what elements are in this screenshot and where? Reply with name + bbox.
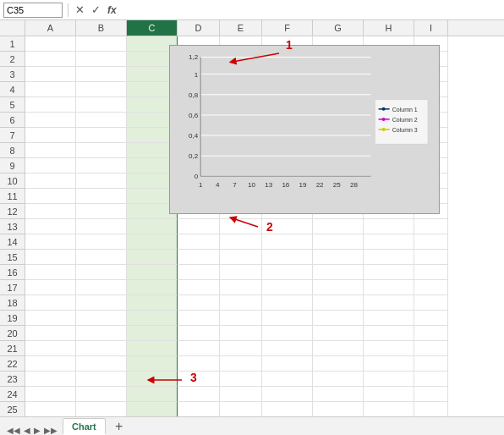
cell-G5[interactable]	[313, 341, 364, 356]
cell-C7[interactable]	[127, 311, 178, 326]
cell-I6[interactable]	[414, 326, 448, 341]
cell-I3[interactable]	[414, 372, 448, 387]
cell-E8[interactable]	[220, 295, 262, 311]
cell-F6[interactable]	[262, 326, 313, 341]
cell-A17[interactable]	[25, 158, 76, 173]
cell-B20[interactable]	[76, 113, 127, 128]
cell-H9[interactable]	[364, 280, 414, 295]
row-num-10[interactable]: 10	[0, 173, 25, 189]
cell-A11[interactable]	[25, 250, 76, 265]
cell-I8[interactable]	[414, 295, 448, 311]
cell-G11[interactable]	[313, 250, 364, 265]
cell-F3[interactable]	[262, 372, 313, 387]
cell-C11[interactable]	[127, 250, 178, 265]
formula-input[interactable]	[123, 3, 501, 18]
cell-I4[interactable]	[414, 356, 448, 372]
row-num-4[interactable]: 4	[0, 82, 25, 97]
cell-B18[interactable]	[76, 143, 127, 158]
cell-E10[interactable]	[220, 265, 262, 280]
cell-G4[interactable]	[313, 356, 364, 372]
row-num-6[interactable]: 6	[0, 113, 25, 128]
cell-I1[interactable]	[414, 402, 448, 416]
confirm-icon[interactable]: ✓	[90, 3, 102, 16]
cell-A22[interactable]	[25, 82, 76, 97]
cell-A25[interactable]	[25, 36, 76, 52]
cell-E12[interactable]	[220, 234, 262, 250]
cell-G12[interactable]	[313, 234, 364, 250]
cell-B9[interactable]	[76, 280, 127, 295]
cell-A20[interactable]	[25, 113, 76, 128]
cell-C13[interactable]	[127, 219, 178, 234]
cell-D8[interactable]	[178, 295, 220, 311]
cell-I12[interactable]	[414, 234, 448, 250]
cell-F1[interactable]	[262, 402, 313, 416]
cell-A8[interactable]	[25, 295, 76, 311]
row-num-11[interactable]: 11	[0, 189, 25, 204]
cell-C2[interactable]	[127, 387, 178, 402]
cell-B2[interactable]	[76, 387, 127, 402]
cell-E2[interactable]	[220, 387, 262, 402]
cell-D4[interactable]	[178, 356, 220, 372]
scroll-last-icon[interactable]: ▶▶	[44, 426, 58, 435]
cell-H6[interactable]	[364, 326, 414, 341]
cell-B16[interactable]	[76, 173, 127, 189]
cell-F9[interactable]	[262, 280, 313, 295]
cell-E11[interactable]	[220, 250, 262, 265]
row-num-23[interactable]: 23	[0, 372, 25, 387]
cell-C12[interactable]	[127, 234, 178, 250]
row-num-22[interactable]: 22	[0, 356, 25, 372]
cell-D11[interactable]	[178, 250, 220, 265]
cell-B11[interactable]	[76, 250, 127, 265]
cell-C8[interactable]	[127, 295, 178, 311]
cell-I10[interactable]	[414, 265, 448, 280]
cell-B22[interactable]	[76, 82, 127, 97]
cell-A24[interactable]	[25, 52, 76, 67]
cell-A4[interactable]	[25, 356, 76, 372]
cell-E3[interactable]	[220, 372, 262, 387]
row-num-7[interactable]: 7	[0, 128, 25, 143]
cell-H4[interactable]	[364, 356, 414, 372]
cell-B3[interactable]	[76, 372, 127, 387]
row-num-19[interactable]: 19	[0, 311, 25, 326]
cell-D2[interactable]	[178, 387, 220, 402]
cell-B17[interactable]	[76, 158, 127, 173]
col-header-c[interactable]: C	[127, 20, 178, 36]
cell-H5[interactable]	[364, 341, 414, 356]
cell-B10[interactable]	[76, 265, 127, 280]
col-header-i[interactable]: I	[414, 20, 448, 36]
row-num-14[interactable]: 14	[0, 234, 25, 250]
row-num-18[interactable]: 18	[0, 295, 25, 311]
cell-E13[interactable]	[220, 219, 262, 234]
row-num-20[interactable]: 20	[0, 326, 25, 341]
cell-G9[interactable]	[313, 280, 364, 295]
row-num-9[interactable]: 9	[0, 158, 25, 173]
cell-B25[interactable]	[76, 36, 127, 52]
cell-D5[interactable]	[178, 341, 220, 356]
cell-E1[interactable]	[220, 402, 262, 416]
cell-D12[interactable]	[178, 234, 220, 250]
col-header-b[interactable]: B	[76, 20, 127, 36]
col-header-h[interactable]: H	[364, 20, 414, 36]
cell-A5[interactable]	[25, 341, 76, 356]
cell-B13[interactable]	[76, 219, 127, 234]
cell-A7[interactable]	[25, 311, 76, 326]
cancel-icon[interactable]: ✕	[74, 3, 86, 16]
cell-A18[interactable]	[25, 143, 76, 158]
cell-B1[interactable]	[76, 402, 127, 416]
cell-B5[interactable]	[76, 341, 127, 356]
row-num-12[interactable]: 12	[0, 204, 25, 219]
cell-F5[interactable]	[262, 341, 313, 356]
cell-B19[interactable]	[76, 128, 127, 143]
cell-A15[interactable]	[25, 189, 76, 204]
cell-A19[interactable]	[25, 128, 76, 143]
col-header-e[interactable]: E	[220, 20, 262, 36]
cell-B23[interactable]	[76, 67, 127, 82]
cell-I9[interactable]	[414, 280, 448, 295]
cell-F8[interactable]	[262, 295, 313, 311]
cell-B24[interactable]	[76, 52, 127, 67]
row-num-1[interactable]: 1	[0, 36, 25, 52]
cell-G2[interactable]	[313, 387, 364, 402]
cell-E6[interactable]	[220, 326, 262, 341]
cell-G1[interactable]	[313, 402, 364, 416]
col-header-f[interactable]: F	[262, 20, 313, 36]
